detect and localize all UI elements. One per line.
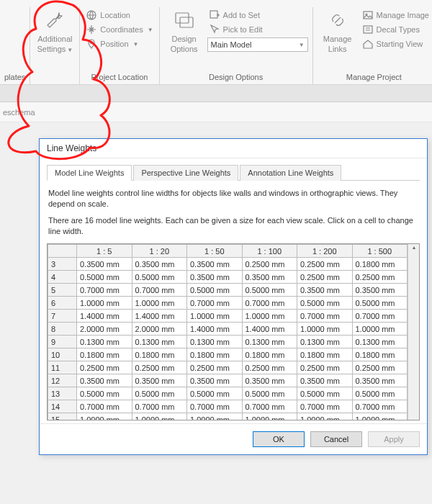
manage-links-button[interactable]: Manage Links bbox=[318, 7, 358, 55]
tab-annotation-line-weights[interactable]: Annotation Line Weights bbox=[240, 165, 341, 181]
cell[interactable]: 0.3500 mm bbox=[242, 271, 297, 284]
cell[interactable]: 1.0000 mm bbox=[132, 413, 187, 420]
cell[interactable]: 1.0000 mm bbox=[297, 413, 353, 420]
column-header[interactable]: 1 : 50 bbox=[187, 245, 243, 258]
cell[interactable]: 1.0000 mm bbox=[132, 297, 187, 310]
cell[interactable]: 0.2500 mm bbox=[297, 271, 353, 284]
row-header[interactable]: 5 bbox=[48, 284, 77, 297]
cell[interactable]: 1.4000 mm bbox=[242, 323, 297, 336]
cell[interactable]: 0.1300 mm bbox=[77, 336, 132, 348]
cell[interactable]: 1.4000 mm bbox=[187, 323, 243, 336]
cell[interactable]: 0.3500 mm bbox=[77, 374, 132, 387]
cell[interactable]: 0.1300 mm bbox=[352, 336, 408, 348]
cell[interactable]: 0.1300 mm bbox=[132, 336, 187, 348]
cell[interactable]: 0.2500 mm bbox=[352, 361, 408, 374]
tab-perspective-line-weights[interactable]: Perspective Line Weights bbox=[133, 165, 238, 181]
cell[interactable]: 0.7000 mm bbox=[77, 400, 132, 413]
cell[interactable]: 0.5000 mm bbox=[187, 387, 243, 400]
cell[interactable]: 0.1800 mm bbox=[187, 348, 243, 361]
cell[interactable]: 1.0000 mm bbox=[297, 323, 353, 336]
cell[interactable]: 0.5000 mm bbox=[352, 297, 408, 310]
cell[interactable]: 0.5000 mm bbox=[297, 297, 353, 310]
cell[interactable]: 1.0000 mm bbox=[77, 413, 132, 420]
cell[interactable]: 0.3500 mm bbox=[132, 374, 187, 387]
cell[interactable]: 0.7000 mm bbox=[132, 284, 187, 297]
cell[interactable]: 0.1800 mm bbox=[352, 258, 408, 271]
cell[interactable]: 1.4000 mm bbox=[77, 310, 132, 323]
column-header[interactable]: 1 : 5 bbox=[77, 245, 132, 258]
cell[interactable]: 0.5000 mm bbox=[297, 387, 353, 400]
coordinates-button[interactable]: Coordinates▼ bbox=[84, 23, 154, 36]
cell[interactable]: 1.0000 mm bbox=[242, 310, 297, 323]
cell[interactable]: 0.5000 mm bbox=[242, 387, 297, 400]
cell[interactable]: 0.1300 mm bbox=[297, 336, 353, 348]
cell[interactable]: 1.0000 mm bbox=[352, 413, 408, 420]
cell[interactable]: 0.2500 mm bbox=[187, 361, 243, 374]
cell[interactable]: 1.0000 mm bbox=[242, 413, 297, 420]
cell[interactable]: 0.7000 mm bbox=[352, 400, 408, 413]
row-header[interactable]: 11 bbox=[48, 361, 77, 374]
location-button[interactable]: Location bbox=[84, 9, 154, 22]
position-button[interactable]: Position▼ bbox=[84, 37, 154, 50]
cell[interactable]: 0.5000 mm bbox=[242, 284, 297, 297]
cell[interactable]: 0.7000 mm bbox=[187, 297, 243, 310]
row-header[interactable]: 9 bbox=[48, 336, 77, 348]
column-header[interactable]: 1 : 500 bbox=[352, 245, 408, 258]
cell[interactable]: 0.1300 mm bbox=[242, 336, 297, 348]
decal-types-button[interactable]: Decal Types bbox=[361, 23, 431, 36]
cancel-button[interactable]: Cancel bbox=[310, 431, 362, 447]
design-options-button[interactable]: Design Options bbox=[164, 7, 204, 55]
row-header[interactable]: 14 bbox=[48, 400, 77, 413]
cell[interactable]: 2.0000 mm bbox=[132, 323, 187, 336]
cell[interactable]: 1.4000 mm bbox=[132, 310, 187, 323]
cell[interactable]: 0.7000 mm bbox=[297, 310, 353, 323]
column-header[interactable]: 1 : 100 bbox=[242, 245, 297, 258]
row-header[interactable]: 8 bbox=[48, 323, 77, 336]
cell[interactable]: 0.1800 mm bbox=[352, 348, 408, 361]
cell[interactable]: 2.0000 mm bbox=[77, 323, 132, 336]
cell[interactable]: 1.0000 mm bbox=[187, 310, 243, 323]
column-header[interactable]: 1 : 200 bbox=[297, 245, 353, 258]
cell[interactable]: 0.3500 mm bbox=[77, 258, 132, 271]
cell[interactable]: 0.2500 mm bbox=[297, 258, 353, 271]
apply-button[interactable]: Apply bbox=[368, 431, 420, 447]
cell[interactable]: 0.2500 mm bbox=[132, 361, 187, 374]
cell[interactable]: 0.5000 mm bbox=[187, 284, 243, 297]
cell[interactable]: 0.2500 mm bbox=[242, 361, 297, 374]
row-header[interactable]: 10 bbox=[48, 348, 77, 361]
cell[interactable]: 0.7000 mm bbox=[187, 400, 243, 413]
row-header[interactable]: 15 bbox=[48, 413, 77, 420]
cell[interactable]: 0.3500 mm bbox=[187, 271, 243, 284]
row-header[interactable]: 12 bbox=[48, 374, 77, 387]
cell[interactable]: 0.1800 mm bbox=[297, 348, 353, 361]
table-scrollbar[interactable]: ▴ bbox=[408, 244, 419, 420]
cell[interactable]: 0.7000 mm bbox=[297, 400, 353, 413]
cell[interactable]: 0.5000 mm bbox=[77, 271, 132, 284]
cell[interactable]: 0.2500 mm bbox=[297, 361, 353, 374]
cell[interactable]: 0.2500 mm bbox=[352, 271, 408, 284]
cell[interactable]: 0.5000 mm bbox=[352, 387, 408, 400]
ok-button[interactable]: OK bbox=[253, 431, 305, 447]
cell[interactable]: 0.7000 mm bbox=[77, 284, 132, 297]
cell[interactable]: 1.0000 mm bbox=[187, 413, 243, 420]
pick-to-edit-button[interactable]: Pick to Edit bbox=[207, 23, 308, 36]
additional-settings-button[interactable]: Additional Settings▼ bbox=[35, 7, 75, 55]
main-model-combo[interactable]: Main Model ▼ bbox=[207, 37, 308, 52]
row-header[interactable]: 7 bbox=[48, 310, 77, 323]
cell[interactable]: 0.5000 mm bbox=[132, 271, 187, 284]
cell[interactable]: 0.3500 mm bbox=[242, 374, 297, 387]
cell[interactable]: 0.3500 mm bbox=[352, 284, 408, 297]
cell[interactable]: 0.3500 mm bbox=[352, 374, 408, 387]
starting-view-button[interactable]: Starting View bbox=[361, 37, 431, 50]
tab-model-line-weights[interactable]: Model Line Weights bbox=[47, 165, 132, 181]
cell[interactable]: 0.3500 mm bbox=[187, 374, 243, 387]
column-header[interactable]: 1 : 20 bbox=[132, 245, 187, 258]
cell[interactable]: 0.3500 mm bbox=[132, 258, 187, 271]
cell[interactable]: 0.7000 mm bbox=[352, 310, 408, 323]
cell[interactable]: 1.0000 mm bbox=[352, 323, 408, 336]
row-header[interactable]: 6 bbox=[48, 297, 77, 310]
cell[interactable]: 0.1800 mm bbox=[77, 348, 132, 361]
cell[interactable]: 0.3500 mm bbox=[187, 258, 243, 271]
cell[interactable]: 0.5000 mm bbox=[77, 387, 132, 400]
manage-images-button[interactable]: Manage Image bbox=[361, 9, 431, 22]
